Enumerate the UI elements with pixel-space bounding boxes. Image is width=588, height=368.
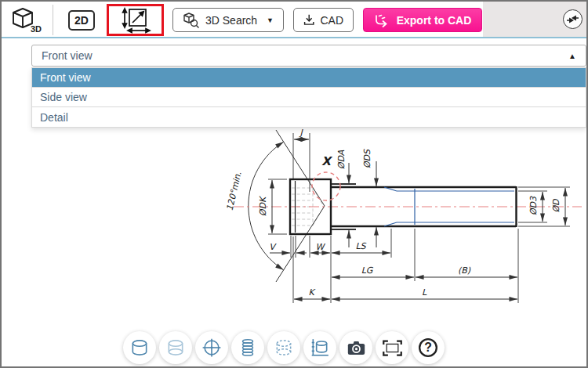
transparent-view-button[interactable] (159, 331, 192, 364)
view-options-toolbar: ? (123, 331, 445, 364)
view-dropdown-list: Front view Side view Detail (31, 67, 586, 128)
extension-lines (268, 133, 570, 303)
export-icon (374, 13, 390, 27)
part-viewer-window: 3D 2D (0, 0, 588, 368)
dim-label-da: ØDA (336, 150, 347, 169)
thread-lines (384, 187, 514, 226)
cad-label: CAD (320, 14, 343, 27)
thread-coil-icon (238, 337, 258, 358)
question-mark-icon: ? (417, 337, 439, 359)
fit-to-screen-button[interactable] (376, 331, 408, 364)
dim-label-dk: ØDK (258, 195, 268, 216)
dimensions-tool-highlight[interactable] (107, 4, 164, 36)
cad-download-button[interactable]: CAD (293, 8, 354, 32)
detail-circle (312, 172, 340, 200)
cylinder-axes-icon (310, 337, 330, 358)
view-2d-button[interactable]: 2D (68, 10, 95, 31)
dim-label-l: L (422, 287, 427, 298)
dropdown-option-side-view[interactable]: Side view (32, 88, 586, 107)
download-icon (303, 13, 314, 27)
fit-frame-icon (382, 337, 403, 359)
solid-view-button[interactable] (123, 331, 156, 364)
top-toolbar: 3D 2D (2, 2, 586, 38)
dim-label-ds: ØDS (362, 149, 372, 168)
cube-search-icon (183, 12, 200, 29)
view-select-value: Front view (42, 49, 93, 62)
camera-icon (346, 337, 367, 359)
view-select[interactable]: Front view ▲ (31, 45, 586, 67)
transparent-cylinder-icon (165, 337, 186, 358)
export-to-cad-button[interactable]: Export to CAD (363, 8, 482, 32)
hidden-lines-view-button[interactable] (267, 331, 300, 364)
dim-label-lg: LG (361, 265, 374, 276)
crosshair-icon (201, 337, 222, 358)
collapse-arrows-icon (565, 12, 580, 27)
dim-label-j: J (298, 128, 303, 138)
dimension-lines (270, 139, 565, 299)
dim-label-b: (B) (458, 265, 471, 276)
dim-label-w: W (316, 242, 326, 252)
dim-label-d: ØD (551, 198, 561, 213)
underhead-stubs (332, 184, 356, 229)
search-3d-label: 3D Search (205, 14, 257, 27)
view-2d-label: 2D (74, 14, 89, 27)
dropdown-option-front-view[interactable]: Front view (32, 68, 586, 88)
screenshot-button[interactable] (339, 331, 372, 364)
resize-dimensions-icon (119, 7, 152, 34)
screw-outline (290, 179, 517, 234)
logo-3d-label: 3D (31, 24, 42, 34)
help-button[interactable]: ? (412, 331, 445, 364)
dim-label-angle: 120°min. (225, 171, 244, 211)
dim-label-k: K (308, 287, 316, 298)
dim-label-d3: ØD3 (528, 196, 539, 215)
collapse-toolbar-button[interactable] (563, 9, 583, 29)
help-glyph: ? (424, 341, 432, 354)
hidden-socket-lines (292, 188, 324, 225)
dim-label-v: V (269, 242, 277, 252)
dimensions-view-button[interactable] (303, 331, 336, 364)
dropdown-option-detail[interactable]: Detail (32, 107, 586, 127)
dashed-cylinder-icon (274, 337, 294, 358)
dimension-labels: ØDK ØDA ØDS ØD3 ØD J V W LS LG (B) K L (258, 128, 561, 298)
solid-cylinder-icon (129, 337, 150, 358)
export-to-cad-label: Export to CAD (397, 14, 472, 27)
detail-label-x: X (321, 154, 332, 168)
chevron-up-icon: ▲ (568, 52, 576, 60)
axes-view-button[interactable] (195, 331, 228, 364)
search-3d-button[interactable]: 3D Search ▼ (172, 8, 284, 32)
dim-label-ls: LS (355, 241, 366, 251)
cube-3d-icon[interactable]: 3D (12, 7, 43, 34)
thread-view-button[interactable] (231, 331, 264, 364)
chevron-down-icon: ▼ (267, 16, 274, 24)
angle-construction (249, 130, 325, 282)
toolbar-separator (53, 5, 53, 35)
